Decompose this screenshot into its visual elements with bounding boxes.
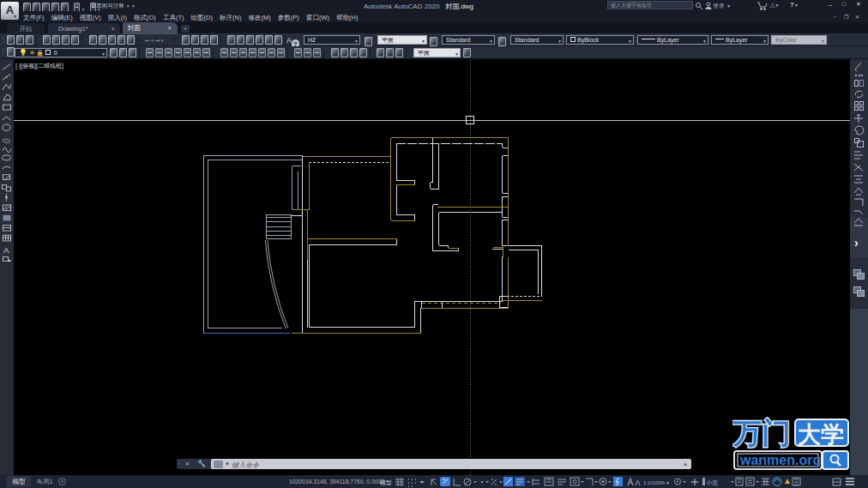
svg-text:万门: 万门	[732, 417, 791, 449]
svg-text:大学: 大学	[798, 422, 844, 448]
svg-text:wanmen.org: wanmen.org	[739, 453, 821, 467]
